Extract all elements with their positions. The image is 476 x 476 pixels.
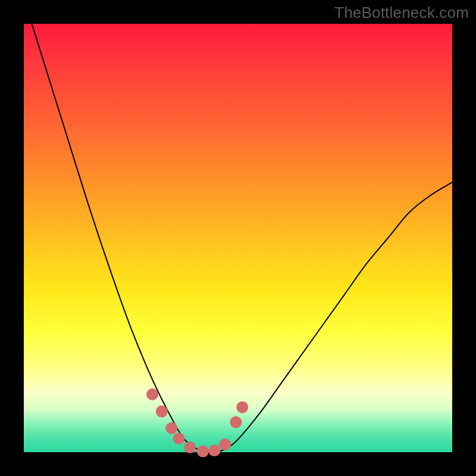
curve-marker [184,441,196,453]
watermark-text: TheBottleneck.com [334,4,469,22]
curve-marker [219,439,231,450]
curve-marker [230,416,242,428]
curve-marker [197,446,209,458]
curve-marker [173,433,185,444]
curve-marker [156,406,168,418]
chart-container: TheBottleneck.com [0,0,476,476]
curve-marker [208,444,220,456]
curve-marker [236,401,248,413]
curve-marker [146,389,158,400]
chart-overlay [24,24,452,452]
curve-marker [165,422,177,434]
bottleneck-curve [24,0,452,453]
